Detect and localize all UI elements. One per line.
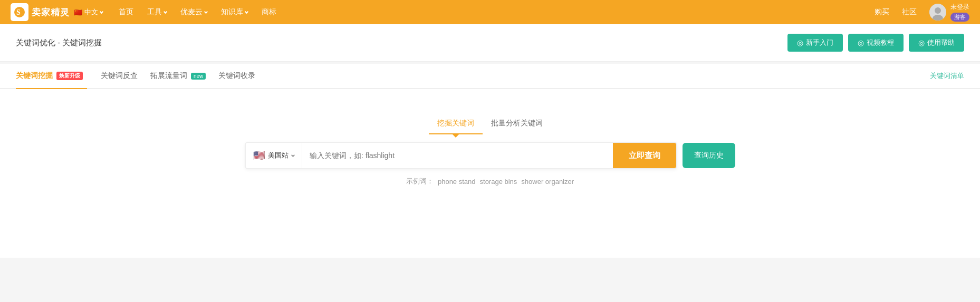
logo-icon: S xyxy=(11,3,28,21)
main-content: 挖掘关键词 批量分析关键词 🇺🇸 美国站 立即查 xyxy=(0,89,980,258)
tabs-container: 关键词挖掘 焕新升级 关键词反查 拓展流量词 new 关键词收录 关键词清单 xyxy=(0,64,980,89)
lang-flag: 🇨🇳 xyxy=(74,8,82,16)
knowledge-chevron-icon xyxy=(245,9,248,13)
nav-tools-label: 工具 xyxy=(147,7,162,17)
hot-upgrade-badge: 焕新升级 xyxy=(56,72,83,80)
header-buttons: ◎ 新手入门 ◎ 视频教程 ◎ 使用帮助 xyxy=(787,34,964,52)
site-label: 美国站 xyxy=(268,151,289,160)
search-btn-label: 立即查询 xyxy=(629,151,660,160)
s-logo-svg: S xyxy=(14,6,25,18)
search-sub-tabs: 挖掘关键词 批量分析关键词 xyxy=(429,115,551,134)
example-shower-organizer[interactable]: shower organizer xyxy=(521,178,574,186)
tab-mining-label: 关键词挖掘 xyxy=(16,71,53,81)
example-storage-bins[interactable]: storage bins xyxy=(480,178,517,186)
search-section: 挖掘关键词 批量分析关键词 🇺🇸 美国站 立即查 xyxy=(0,105,980,191)
nav-items: 首页 工具 优麦云 知识库 商标 xyxy=(112,4,283,20)
beginner-guide-button[interactable]: ◎ 新手入门 xyxy=(787,34,843,52)
tab-keyword-index[interactable]: 关键词收录 xyxy=(210,64,264,89)
help-label: 使用帮助 xyxy=(927,38,955,47)
sub-tab-mining[interactable]: 挖掘关键词 xyxy=(429,115,483,134)
community-link[interactable]: 社区 xyxy=(902,7,917,17)
tab-expand-label: 拓展流量词 xyxy=(150,71,187,81)
video-label: 视频教程 xyxy=(867,38,894,47)
avatar xyxy=(929,4,946,21)
nav-item-knowledge[interactable]: 知识库 xyxy=(215,4,254,20)
help-icon: ◎ xyxy=(918,38,925,47)
nav-right: 购买 社区 未登录 游客 xyxy=(875,3,969,22)
keyword-list-label: 关键词清单 xyxy=(930,72,964,80)
keyword-list-link[interactable]: 关键词清单 xyxy=(930,71,964,81)
help-button[interactable]: ◎ 使用帮助 xyxy=(909,34,964,52)
user-info: 未登录 游客 xyxy=(950,3,969,22)
tab-indicator xyxy=(453,134,459,138)
beginner-icon: ◎ xyxy=(797,38,803,47)
nav-item-tools[interactable]: 工具 xyxy=(141,4,173,20)
nav-item-trademark[interactable]: 商标 xyxy=(255,4,283,20)
page-title: 关键词优化 - 关键词挖掘 xyxy=(16,38,102,48)
new-badge: new xyxy=(191,73,206,80)
buy-link[interactable]: 购买 xyxy=(875,7,889,17)
svg-text:S: S xyxy=(16,8,21,16)
example-prefix: 示例词： xyxy=(406,177,434,186)
lang-chevron xyxy=(100,9,103,13)
page-header: 关键词优化 - 关键词挖掘 ◎ 新手入门 ◎ 视频教程 ◎ 使用帮助 xyxy=(0,24,980,62)
tools-chevron-icon xyxy=(164,9,167,13)
beginner-label: 新手入门 xyxy=(806,38,833,47)
history-button[interactable]: 查询历史 xyxy=(683,143,735,168)
user-area[interactable]: 未登录 游客 xyxy=(929,3,969,22)
nav-knowledge-label: 知识库 xyxy=(221,7,243,17)
not-logged-in-text: 未登录 xyxy=(950,3,969,12)
top-navigation: S 卖家精灵 🇨🇳 中文 首页 工具 优麦云 知识库 商标 购买 社区 xyxy=(0,0,980,24)
site-selector[interactable]: 🇺🇸 美国站 xyxy=(246,143,302,168)
video-tutorial-button[interactable]: ◎ 视频教程 xyxy=(848,34,904,52)
search-input[interactable] xyxy=(302,143,613,168)
tab-index-label: 关键词收录 xyxy=(218,71,255,80)
search-bar: 🇺🇸 美国站 立即查询 xyxy=(245,142,677,169)
us-flag-icon: 🇺🇸 xyxy=(253,150,265,161)
brand-name: 卖家精灵 xyxy=(32,6,70,18)
search-bar-row: 🇺🇸 美国站 立即查询 查询历史 xyxy=(245,142,735,169)
tab-reverse-label: 关键词反查 xyxy=(101,71,138,80)
video-icon: ◎ xyxy=(858,38,864,47)
sub-tab-batch-label: 批量分析关键词 xyxy=(491,119,543,127)
tab-keyword-mining[interactable]: 关键词挖掘 焕新升级 xyxy=(16,64,87,89)
tab-keyword-reverse[interactable]: 关键词反查 xyxy=(92,64,146,89)
nav-item-home[interactable]: 首页 xyxy=(112,4,140,20)
avatar-svg xyxy=(929,4,946,21)
search-submit-button[interactable]: 立即查询 xyxy=(613,143,676,168)
site-chevron-icon xyxy=(291,153,295,157)
history-btn-label: 查询历史 xyxy=(694,151,724,159)
logo[interactable]: S 卖家精灵 xyxy=(11,3,70,21)
nav-youmai-label: 优麦云 xyxy=(180,7,203,17)
svg-point-3 xyxy=(935,7,941,14)
example-phone-stand[interactable]: phone stand xyxy=(438,178,476,186)
lang-label: 中文 xyxy=(84,7,98,17)
sub-tab-batch[interactable]: 批量分析关键词 xyxy=(483,115,551,134)
youmai-chevron-icon xyxy=(204,9,208,13)
tab-expand-traffic[interactable]: 拓展流量词 new xyxy=(146,64,210,89)
sub-tab-mining-label: 挖掘关键词 xyxy=(437,119,474,127)
guest-badge: 游客 xyxy=(950,13,969,22)
example-words: 示例词： phone stand storage bins shower org… xyxy=(406,177,574,186)
nav-item-youmai[interactable]: 优麦云 xyxy=(174,4,214,20)
bottom-area xyxy=(0,258,980,300)
language-selector[interactable]: 🇨🇳 中文 xyxy=(74,7,103,17)
